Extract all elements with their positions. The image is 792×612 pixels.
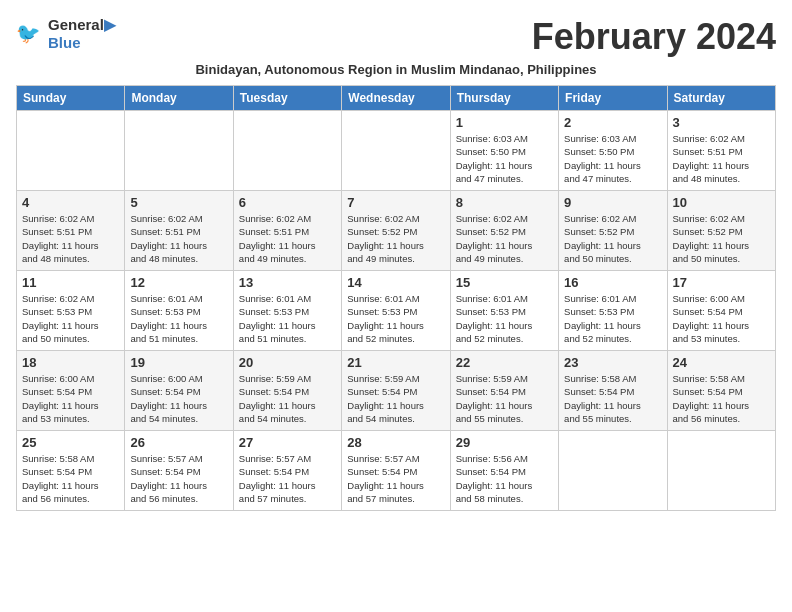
header: 🐦 General▶ Blue February 2024 (16, 16, 776, 58)
day-number: 19 (130, 355, 227, 370)
day-number: 13 (239, 275, 336, 290)
day-number: 21 (347, 355, 444, 370)
day-info: Sunrise: 6:02 AM Sunset: 5:51 PM Dayligh… (239, 212, 336, 265)
calendar-cell (559, 431, 667, 511)
calendar-cell (667, 431, 775, 511)
calendar-cell: 23Sunrise: 5:58 AM Sunset: 5:54 PM Dayli… (559, 351, 667, 431)
day-number: 9 (564, 195, 661, 210)
day-info: Sunrise: 5:57 AM Sunset: 5:54 PM Dayligh… (347, 452, 444, 505)
day-number: 17 (673, 275, 770, 290)
day-number: 6 (239, 195, 336, 210)
calendar-cell: 4Sunrise: 6:02 AM Sunset: 5:51 PM Daylig… (17, 191, 125, 271)
calendar-cell: 24Sunrise: 5:58 AM Sunset: 5:54 PM Dayli… (667, 351, 775, 431)
day-info: Sunrise: 6:02 AM Sunset: 5:52 PM Dayligh… (347, 212, 444, 265)
day-number: 22 (456, 355, 553, 370)
day-info: Sunrise: 6:02 AM Sunset: 5:52 PM Dayligh… (456, 212, 553, 265)
week-row-1: 4Sunrise: 6:02 AM Sunset: 5:51 PM Daylig… (17, 191, 776, 271)
calendar-cell: 20Sunrise: 5:59 AM Sunset: 5:54 PM Dayli… (233, 351, 341, 431)
subtitle: Binidayan, Autonomous Region in Muslim M… (16, 62, 776, 77)
week-row-0: 1Sunrise: 6:03 AM Sunset: 5:50 PM Daylig… (17, 111, 776, 191)
day-number: 2 (564, 115, 661, 130)
day-number: 12 (130, 275, 227, 290)
day-number: 8 (456, 195, 553, 210)
day-info: Sunrise: 6:01 AM Sunset: 5:53 PM Dayligh… (130, 292, 227, 345)
calendar-cell: 28Sunrise: 5:57 AM Sunset: 5:54 PM Dayli… (342, 431, 450, 511)
calendar-cell: 8Sunrise: 6:02 AM Sunset: 5:52 PM Daylig… (450, 191, 558, 271)
calendar-cell (342, 111, 450, 191)
day-info: Sunrise: 5:57 AM Sunset: 5:54 PM Dayligh… (130, 452, 227, 505)
day-info: Sunrise: 6:02 AM Sunset: 5:52 PM Dayligh… (564, 212, 661, 265)
day-info: Sunrise: 5:58 AM Sunset: 5:54 PM Dayligh… (564, 372, 661, 425)
day-number: 4 (22, 195, 119, 210)
calendar-cell: 6Sunrise: 6:02 AM Sunset: 5:51 PM Daylig… (233, 191, 341, 271)
day-number: 16 (564, 275, 661, 290)
calendar-header-row: SundayMondayTuesdayWednesdayThursdayFrid… (17, 86, 776, 111)
calendar-cell: 16Sunrise: 6:01 AM Sunset: 5:53 PM Dayli… (559, 271, 667, 351)
day-info: Sunrise: 5:59 AM Sunset: 5:54 PM Dayligh… (456, 372, 553, 425)
calendar-cell: 19Sunrise: 6:00 AM Sunset: 5:54 PM Dayli… (125, 351, 233, 431)
day-info: Sunrise: 5:56 AM Sunset: 5:54 PM Dayligh… (456, 452, 553, 505)
header-monday: Monday (125, 86, 233, 111)
day-number: 1 (456, 115, 553, 130)
calendar-cell: 1Sunrise: 6:03 AM Sunset: 5:50 PM Daylig… (450, 111, 558, 191)
svg-text:🐦: 🐦 (16, 20, 41, 44)
day-number: 28 (347, 435, 444, 450)
day-number: 11 (22, 275, 119, 290)
calendar-cell: 5Sunrise: 6:02 AM Sunset: 5:51 PM Daylig… (125, 191, 233, 271)
day-info: Sunrise: 6:00 AM Sunset: 5:54 PM Dayligh… (673, 292, 770, 345)
calendar-cell: 27Sunrise: 5:57 AM Sunset: 5:54 PM Dayli… (233, 431, 341, 511)
calendar-cell: 18Sunrise: 6:00 AM Sunset: 5:54 PM Dayli… (17, 351, 125, 431)
day-info: Sunrise: 6:02 AM Sunset: 5:52 PM Dayligh… (673, 212, 770, 265)
day-info: Sunrise: 6:03 AM Sunset: 5:50 PM Dayligh… (456, 132, 553, 185)
day-number: 10 (673, 195, 770, 210)
calendar-cell (233, 111, 341, 191)
day-number: 24 (673, 355, 770, 370)
day-info: Sunrise: 6:01 AM Sunset: 5:53 PM Dayligh… (347, 292, 444, 345)
calendar-cell: 10Sunrise: 6:02 AM Sunset: 5:52 PM Dayli… (667, 191, 775, 271)
day-number: 23 (564, 355, 661, 370)
calendar-cell: 11Sunrise: 6:02 AM Sunset: 5:53 PM Dayli… (17, 271, 125, 351)
day-number: 27 (239, 435, 336, 450)
calendar-cell: 29Sunrise: 5:56 AM Sunset: 5:54 PM Dayli… (450, 431, 558, 511)
day-info: Sunrise: 5:59 AM Sunset: 5:54 PM Dayligh… (347, 372, 444, 425)
calendar-cell: 25Sunrise: 5:58 AM Sunset: 5:54 PM Dayli… (17, 431, 125, 511)
header-sunday: Sunday (17, 86, 125, 111)
day-number: 3 (673, 115, 770, 130)
calendar-cell: 14Sunrise: 6:01 AM Sunset: 5:53 PM Dayli… (342, 271, 450, 351)
day-number: 18 (22, 355, 119, 370)
calendar-cell: 12Sunrise: 6:01 AM Sunset: 5:53 PM Dayli… (125, 271, 233, 351)
day-info: Sunrise: 5:57 AM Sunset: 5:54 PM Dayligh… (239, 452, 336, 505)
calendar-cell: 13Sunrise: 6:01 AM Sunset: 5:53 PM Dayli… (233, 271, 341, 351)
logo: 🐦 General▶ Blue (16, 16, 116, 51)
month-title: February 2024 (532, 16, 776, 58)
day-number: 29 (456, 435, 553, 450)
header-tuesday: Tuesday (233, 86, 341, 111)
calendar-cell: 21Sunrise: 5:59 AM Sunset: 5:54 PM Dayli… (342, 351, 450, 431)
day-info: Sunrise: 6:02 AM Sunset: 5:53 PM Dayligh… (22, 292, 119, 345)
calendar-cell: 7Sunrise: 6:02 AM Sunset: 5:52 PM Daylig… (342, 191, 450, 271)
week-row-4: 25Sunrise: 5:58 AM Sunset: 5:54 PM Dayli… (17, 431, 776, 511)
logo-icon: 🐦 (16, 20, 44, 48)
day-number: 15 (456, 275, 553, 290)
week-row-3: 18Sunrise: 6:00 AM Sunset: 5:54 PM Dayli… (17, 351, 776, 431)
day-info: Sunrise: 6:02 AM Sunset: 5:51 PM Dayligh… (130, 212, 227, 265)
calendar-table: SundayMondayTuesdayWednesdayThursdayFrid… (16, 85, 776, 511)
day-number: 7 (347, 195, 444, 210)
day-info: Sunrise: 6:01 AM Sunset: 5:53 PM Dayligh… (456, 292, 553, 345)
header-friday: Friday (559, 86, 667, 111)
day-info: Sunrise: 6:02 AM Sunset: 5:51 PM Dayligh… (673, 132, 770, 185)
day-number: 26 (130, 435, 227, 450)
day-info: Sunrise: 6:00 AM Sunset: 5:54 PM Dayligh… (130, 372, 227, 425)
logo-text: General▶ Blue (48, 16, 116, 51)
day-info: Sunrise: 6:02 AM Sunset: 5:51 PM Dayligh… (22, 212, 119, 265)
header-saturday: Saturday (667, 86, 775, 111)
day-info: Sunrise: 5:58 AM Sunset: 5:54 PM Dayligh… (673, 372, 770, 425)
calendar-cell (125, 111, 233, 191)
day-info: Sunrise: 6:00 AM Sunset: 5:54 PM Dayligh… (22, 372, 119, 425)
calendar-cell: 17Sunrise: 6:00 AM Sunset: 5:54 PM Dayli… (667, 271, 775, 351)
header-thursday: Thursday (450, 86, 558, 111)
day-number: 5 (130, 195, 227, 210)
day-info: Sunrise: 6:01 AM Sunset: 5:53 PM Dayligh… (239, 292, 336, 345)
day-info: Sunrise: 5:58 AM Sunset: 5:54 PM Dayligh… (22, 452, 119, 505)
day-number: 20 (239, 355, 336, 370)
